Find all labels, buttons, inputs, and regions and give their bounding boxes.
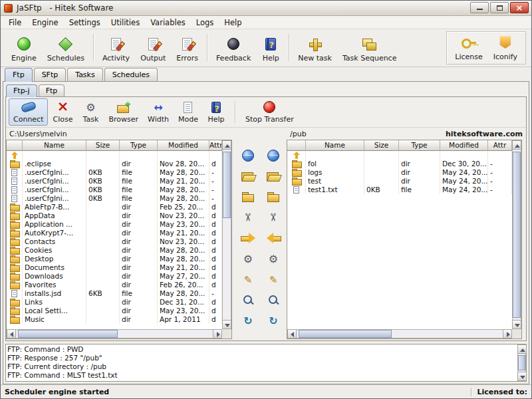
scroll-up-button[interactable] — [517, 344, 527, 354]
local-file-row[interactable]: .userCfgIni...0KBfileMay 28, 20...- — [7, 186, 222, 194]
schedules-button[interactable]: Schedules — [42, 31, 90, 65]
menu-item-file[interactable]: File — [3, 17, 27, 29]
menu-item-help[interactable]: Help — [219, 17, 247, 29]
remote-horizontal-scrollbar[interactable] — [287, 329, 512, 338]
column-header-size[interactable]: Size — [86, 140, 120, 151]
local-vertical-scrollbar[interactable] — [222, 140, 231, 329]
local-file-row[interactable]: .userCfgIni...0KBfileMay 28, 20...- — [7, 168, 222, 177]
minimize-button[interactable] — [470, 2, 489, 13]
menu-item-variables[interactable]: Variables — [145, 17, 191, 29]
search-button[interactable] — [264, 291, 283, 309]
browser-button[interactable]: Browser — [104, 98, 143, 126]
local-file-row[interactable]: .userCfgIni...0KBfileMay 21, 20...- — [7, 177, 222, 186]
options-gear-button[interactable] — [239, 249, 257, 268]
local-file-row[interactable]: installs.jsd6KBfileMay 28, 20...- — [7, 289, 222, 298]
edit-pencil-button[interactable] — [264, 270, 283, 289]
scroll-left-button[interactable] — [287, 329, 297, 338]
new-task-button[interactable]: New task — [293, 31, 337, 65]
menu-item-settings[interactable]: Settings — [64, 17, 106, 29]
search-button[interactable] — [239, 291, 257, 309]
scrollbar-thumb[interactable] — [513, 152, 521, 318]
column-header-attr[interactable]: Attr — [209, 140, 222, 151]
local-file-row[interactable]: FavoritesdirFeb 26, 20...d — [7, 281, 222, 289]
local-file-row[interactable]: DownloadsdirMay 27, 20...d — [7, 272, 222, 281]
scroll-right-button[interactable] — [503, 329, 512, 338]
options-gear-button[interactable] — [264, 249, 283, 268]
local-file-row[interactable]: MusicdirApr 1, 2011d — [7, 315, 222, 324]
remote-file-row[interactable]: logsdirMay 24, 20...- — [287, 168, 512, 177]
stop-transfer-button[interactable]: Stop Transfer — [241, 98, 299, 126]
remote-file-row[interactable]: foldirDec 30, 20...- — [287, 160, 512, 168]
menu-item-logs[interactable]: Logs — [191, 17, 219, 29]
local-file-row[interactable]: .userCfgIni...0KBfileMay 28, 20...- — [7, 194, 222, 203]
cut-scissors-button[interactable] — [264, 208, 283, 227]
maximize-button[interactable] — [490, 2, 509, 13]
local-file-row[interactable]: AbleFtp7-B...dirFeb 25, 20...d — [7, 203, 222, 211]
folder-new-button[interactable] — [239, 188, 257, 206]
task-sequence-button[interactable]: Task Sequence — [337, 31, 402, 65]
local-file-row[interactable]: Local Setti...dirMay 23, 20...d — [7, 307, 222, 315]
connect-button[interactable]: Connect — [9, 98, 48, 126]
tab-ftp[interactable]: Ftp — [5, 68, 33, 82]
column-header-type[interactable]: Type — [120, 140, 158, 151]
remote-file-row[interactable]: test1.txt0KBfileMay 24, 20...- — [287, 186, 512, 194]
local-file-row[interactable]: AppDatadirNov 23, 20...d — [7, 211, 222, 220]
tab-tasks[interactable]: Tasks — [67, 68, 102, 81]
local-file-row[interactable]: AutoKrypt7-...dirMay 21, 20...d — [7, 229, 222, 237]
scroll-down-button[interactable] — [512, 320, 521, 329]
help-button[interactable]: Help — [203, 98, 229, 126]
local-file-row[interactable]: ContactsdirNov 23, 20...d — [7, 237, 222, 246]
column-header-name[interactable]: Name — [23, 140, 86, 151]
local-file-row[interactable]: LinksdirDec 31, 20...d — [7, 298, 222, 307]
globe-connection-button[interactable] — [264, 146, 283, 165]
globe-connection-button[interactable] — [239, 146, 257, 165]
scroll-left-button[interactable] — [7, 329, 16, 338]
cut-scissors-button[interactable] — [239, 208, 257, 227]
local-file-row[interactable]: CookiesdirMay 28, 20...d — [7, 246, 222, 255]
column-header-icon[interactable] — [7, 140, 23, 151]
local-file-row[interactable]: .eclipsedirNov 28, 20...d — [7, 160, 222, 168]
column-header-attr[interactable]: Attr — [488, 140, 512, 151]
close-button[interactable]: × — [510, 2, 529, 13]
scroll-up-button[interactable] — [512, 140, 521, 150]
column-header-modified[interactable]: Modified — [158, 140, 209, 151]
remote-file-row[interactable]: testdirMay 24, 20...- — [287, 177, 512, 186]
activity-button[interactable]: Activity — [97, 31, 135, 65]
folder-open-button[interactable] — [264, 167, 283, 186]
scrollbar-thumb[interactable] — [299, 330, 392, 338]
title-bar[interactable]: JaSFtp - Hitek Software × — [1, 1, 531, 16]
scroll-down-button[interactable] — [517, 372, 527, 381]
refresh-button[interactable] — [264, 311, 283, 330]
column-header-type[interactable]: Type — [399, 140, 440, 151]
column-header-icon[interactable] — [287, 140, 306, 151]
scroll-right-button[interactable] — [213, 329, 222, 338]
errors-button[interactable]: Errors — [171, 31, 203, 65]
transfer-left-arrow-button[interactable] — [264, 229, 283, 247]
log-vertical-scrollbar[interactable] — [517, 344, 526, 381]
remote-vertical-scrollbar[interactable] — [512, 140, 521, 329]
subtab-ftp[interactable]: Ftp — [39, 84, 65, 96]
folder-new-button[interactable] — [264, 188, 283, 206]
scrollbar-thumb[interactable] — [18, 330, 118, 338]
help-button[interactable]: Help — [256, 31, 285, 65]
menu-item-utilities[interactable]: Utilities — [106, 17, 145, 29]
engine-button[interactable]: Engine — [6, 31, 42, 65]
scrollbar-thumb[interactable] — [223, 152, 231, 218]
menu-item-engine[interactable]: Engine — [27, 17, 63, 29]
remote-file-row[interactable] — [287, 151, 512, 160]
local-file-row[interactable]: DesktopdirMay 28, 20...d — [7, 255, 222, 263]
output-button[interactable]: Output — [135, 31, 171, 65]
edit-pencil-button[interactable] — [239, 270, 257, 289]
mode-button[interactable]: Mode — [174, 98, 203, 126]
column-header-modified[interactable]: Modified — [440, 140, 488, 151]
refresh-button[interactable] — [239, 311, 257, 330]
close-button[interactable]: Close — [48, 98, 77, 126]
feedback-button[interactable]: Feedback — [211, 31, 256, 65]
local-file-row[interactable]: DocumentsdirMay 21, 20...d — [7, 263, 222, 272]
iconify-button[interactable]: Iconify — [488, 33, 523, 63]
column-header-name[interactable]: Name — [306, 140, 364, 151]
scrollbar-thumb[interactable] — [518, 355, 525, 370]
folder-open-button[interactable] — [239, 167, 257, 186]
local-file-row[interactable] — [7, 151, 222, 160]
tab-schedules[interactable]: Schedules — [104, 68, 158, 81]
